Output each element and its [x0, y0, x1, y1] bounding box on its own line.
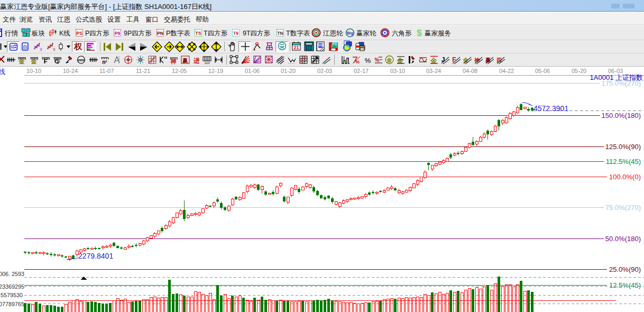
- svg-text:123: 123: [204, 61, 210, 65]
- svg-text:线: 线: [0, 68, 5, 76]
- svg-text:n²: n²: [102, 59, 107, 65]
- svg-text:02-03: 02-03: [317, 68, 332, 74]
- svg-text:12.5%(45): 12.5%(45): [609, 281, 641, 289]
- svg-text:金: 金: [31, 58, 38, 65]
- svg-text:金: 金: [19, 58, 25, 65]
- svg-text:150.0%(180): 150.0%(180): [602, 112, 641, 120]
- svg-text:11-21: 11-21: [136, 68, 150, 74]
- svg-text:赢: 赢: [182, 58, 188, 63]
- svg-text:1A0001 上证指数: 1A0001 上证指数: [590, 74, 643, 81]
- svg-text:10-10: 10-10: [26, 68, 41, 74]
- svg-text:04-08: 04-08: [463, 68, 477, 74]
- svg-text:12-19: 12-19: [208, 68, 223, 74]
- svg-text:进: 进: [193, 57, 200, 65]
- svg-text:Big: Big: [347, 31, 354, 35]
- svg-text:25.0%(90): 25.0%(90): [609, 265, 641, 273]
- svg-text:05-20: 05-20: [572, 68, 586, 74]
- svg-text:自: 自: [23, 44, 27, 50]
- svg-text:12-05: 12-05: [172, 68, 187, 74]
- svg-text:T9: T9: [233, 31, 238, 36]
- svg-text:03-24: 03-24: [426, 68, 441, 74]
- svg-text:4572.3901: 4572.3901: [533, 104, 568, 113]
- svg-text:PN: PN: [157, 31, 163, 36]
- svg-text:125.0%(90): 125.0%(90): [605, 143, 641, 151]
- svg-text:TS: TS: [196, 31, 201, 36]
- svg-text:PS: PS: [76, 31, 82, 36]
- svg-text:07789765: 07789765: [0, 301, 24, 307]
- svg-text:%: %: [375, 57, 380, 63]
- svg-text:神: 神: [170, 58, 177, 65]
- svg-text:04-22: 04-22: [499, 68, 514, 74]
- svg-text:F: F: [44, 58, 48, 65]
- svg-text:9: 9: [53, 47, 56, 51]
- svg-text:100.0%(0): 100.0%(0): [609, 173, 641, 181]
- svg-text:75.0%(270): 75.0%(270): [605, 204, 641, 212]
- svg-text:11-07: 11-07: [99, 68, 114, 74]
- svg-text:%: %: [365, 57, 371, 65]
- svg-text:2279.8401: 2279.8401: [78, 252, 113, 260]
- svg-text:%: %: [355, 59, 360, 65]
- svg-text:03-10: 03-10: [390, 68, 405, 74]
- svg-text:TN: TN: [277, 31, 283, 36]
- svg-text:10-24: 10-24: [63, 68, 78, 74]
- svg-text:金: 金: [387, 57, 392, 63]
- svg-text:01-20: 01-20: [281, 68, 296, 74]
- svg-text:50.0%(180): 50.0%(180): [605, 235, 641, 243]
- svg-text:05-06: 05-06: [535, 68, 550, 74]
- svg-text:112.5%(45): 112.5%(45): [606, 158, 641, 166]
- svg-text:01-06: 01-06: [245, 68, 260, 74]
- svg-text:21: 21: [293, 45, 299, 50]
- svg-text:.5579530: .5579530: [0, 292, 23, 298]
- svg-text:P9: P9: [115, 31, 121, 36]
- svg-text:23369295: 23369295: [0, 283, 24, 290]
- svg-text:006. 2593: 006. 2593: [0, 271, 24, 277]
- svg-text:$: $: [417, 28, 422, 38]
- svg-text:3: 3: [40, 47, 42, 51]
- svg-text:02-17: 02-17: [354, 68, 369, 74]
